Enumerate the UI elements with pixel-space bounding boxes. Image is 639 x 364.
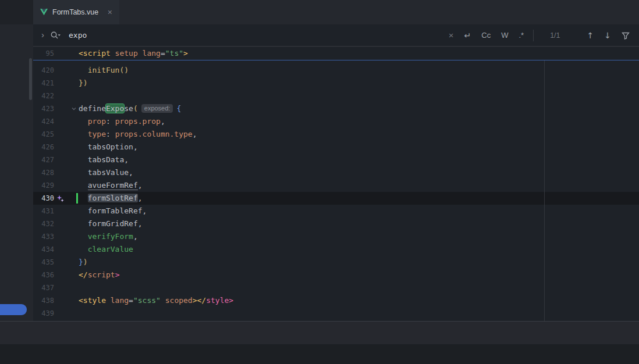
code-line[interactable]: 431 formTableRef, (33, 205, 639, 217)
code-text[interactable]: clearValue (79, 243, 639, 256)
gutter[interactable]: 423 (33, 102, 79, 115)
code-line[interactable]: 424 prop: props.prop, (33, 115, 639, 128)
gutter[interactable]: 420 (33, 64, 79, 77)
line-number[interactable]: 430 (33, 194, 54, 202)
code-line[interactable]: 432 formGridRef, (33, 217, 639, 230)
gutter[interactable]: 431 (33, 205, 79, 217)
line-number[interactable]: 433 (33, 233, 54, 241)
gutter[interactable]: 95 (33, 47, 79, 60)
code-text[interactable] (79, 307, 639, 320)
gutter[interactable]: 426 (33, 141, 79, 154)
code-line[interactable]: 421}) (33, 77, 639, 90)
code-text[interactable]: formGridRef, (79, 217, 639, 230)
code-line[interactable]: 95<script setup lang="ts"> (33, 47, 639, 60)
regex-toggle[interactable]: .* (519, 31, 524, 40)
line-number[interactable]: 437 (33, 284, 54, 292)
code-line[interactable]: 428 tabsValue, (33, 166, 639, 179)
code-line[interactable]: 429 avueFormRef, (33, 179, 639, 192)
code-text[interactable]: <script setup lang="ts"> (79, 47, 639, 60)
code-text[interactable]: formTableRef, (79, 205, 639, 217)
code-line[interactable]: 439 (33, 307, 639, 320)
code-text[interactable]: formSlotRef, (79, 192, 639, 205)
line-number[interactable]: 428 (33, 169, 54, 177)
gutter[interactable]: 429 (33, 179, 79, 192)
line-number[interactable]: 427 (33, 156, 54, 164)
gutter[interactable]: 427 (33, 154, 79, 166)
line-number[interactable]: 432 (33, 220, 54, 228)
line-number[interactable]: 424 (33, 117, 54, 126)
gutter[interactable]: 439 (33, 307, 79, 320)
line-number[interactable]: 436 (33, 271, 54, 279)
code-text[interactable]: avueFormRef, (79, 179, 639, 192)
filter-icon[interactable] (622, 31, 630, 40)
code-text[interactable]: type: props.column.type, (79, 128, 639, 141)
gutter[interactable]: 422 (33, 90, 79, 102)
code-line[interactable]: 433 verifyForm, (33, 230, 639, 243)
code-text[interactable]: </script> (79, 269, 639, 281)
code-text[interactable]: }) (79, 77, 639, 90)
line-number[interactable]: 95 (33, 49, 54, 58)
code-line[interactable]: 436</script> (33, 269, 639, 281)
code-line[interactable]: 438<style lang="scss" scoped></style> (33, 294, 639, 307)
gutter[interactable]: 436 (33, 269, 79, 281)
line-number[interactable]: 420 (33, 66, 54, 74)
tab-formtabs-vue[interactable]: FormTabs.vue × (33, 0, 119, 24)
code-text[interactable] (79, 281, 639, 294)
whole-words-toggle[interactable]: W (501, 31, 508, 40)
code-line[interactable]: 434 clearValue (33, 243, 639, 256)
sticky-line[interactable]: 95<script setup lang="ts"> (33, 47, 639, 60)
gutter[interactable]: 424 (33, 115, 79, 128)
gutter[interactable]: 437 (33, 281, 79, 294)
gutter[interactable]: 434 (33, 243, 79, 256)
line-number[interactable]: 421 (33, 79, 54, 87)
code-line[interactable]: 423defineExpose(exposed:{ (33, 102, 639, 115)
newline-icon[interactable]: ↵ (464, 31, 471, 40)
ai-sparkle-icon[interactable] (54, 195, 69, 202)
line-number[interactable]: 435 (33, 258, 54, 266)
code-editor[interactable]: 95<script setup lang="ts"> 420 initFun()… (33, 47, 639, 321)
code-line[interactable]: 426 tabsOption, (33, 141, 639, 154)
code-line[interactable]: 420 initFun() (33, 64, 639, 77)
code-text[interactable]: tabsValue, (79, 166, 639, 179)
line-number[interactable]: 439 (33, 309, 54, 317)
code-line[interactable]: 437 (33, 281, 639, 294)
clear-search-icon[interactable]: × (449, 30, 454, 40)
code-line[interactable]: 435}) (33, 256, 639, 269)
code-line[interactable]: 427 tabsData, (33, 154, 639, 166)
gutter[interactable]: 432 (33, 217, 79, 230)
code-line[interactable]: 425 type: props.column.type, (33, 128, 639, 141)
gutter[interactable]: 430 (33, 192, 79, 205)
code-text[interactable]: prop: props.prop, (79, 115, 639, 128)
tab-close-icon[interactable]: × (108, 8, 112, 16)
tool-window-drag-pill[interactable] (0, 304, 27, 315)
code-line[interactable]: 422 (33, 90, 639, 102)
line-number[interactable]: 438 (33, 297, 54, 305)
gutter[interactable]: 435 (33, 256, 79, 269)
code-text[interactable]: tabsOption, (79, 141, 639, 154)
code-text[interactable]: defineExpose(exposed:{ (79, 102, 639, 115)
code-text[interactable] (79, 90, 639, 102)
match-case-toggle[interactable]: Cc (481, 31, 491, 40)
expand-replace-chevron-icon[interactable]: › (41, 30, 44, 40)
previous-match-icon[interactable]: ↑ (587, 31, 594, 40)
code-lines[interactable]: 420 initFun()421})422423defineExpose(exp… (33, 60, 639, 320)
search-input[interactable] (69, 31, 418, 40)
line-number[interactable]: 431 (33, 207, 54, 215)
stripe-scrollbar[interactable] (29, 58, 32, 100)
code-line[interactable]: 430 formSlotRef, (33, 192, 639, 205)
fold-chevron-icon[interactable] (69, 106, 79, 112)
line-number[interactable]: 429 (33, 181, 54, 190)
gutter[interactable]: 425 (33, 128, 79, 141)
line-number[interactable]: 422 (33, 92, 54, 100)
line-number[interactable]: 425 (33, 130, 54, 138)
code-text[interactable]: initFun() (79, 64, 639, 77)
search-icon[interactable] (50, 31, 62, 40)
code-text[interactable]: }) (79, 256, 639, 269)
line-number[interactable]: 423 (33, 105, 54, 113)
gutter[interactable]: 428 (33, 166, 79, 179)
line-number[interactable]: 434 (33, 245, 54, 254)
code-text[interactable]: <style lang="scss" scoped></style> (79, 294, 639, 307)
gutter[interactable]: 433 (33, 230, 79, 243)
code-text[interactable]: verifyForm, (79, 230, 639, 243)
line-number[interactable]: 426 (33, 143, 54, 151)
